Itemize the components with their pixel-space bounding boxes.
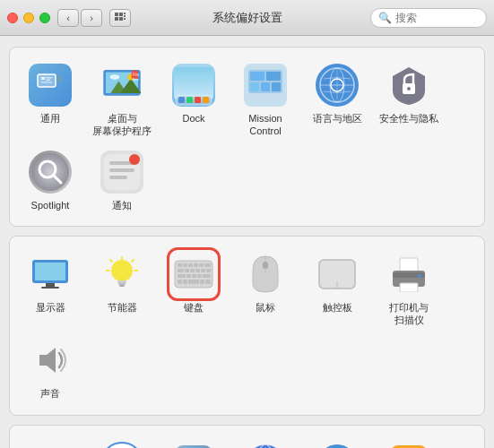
search-input[interactable] <box>395 12 479 24</box>
spotlight-label: Spotlight <box>31 199 70 211</box>
pref-item-security[interactable]: 安全性与隐私 <box>373 56 445 143</box>
svg-rect-68 <box>194 263 198 267</box>
icloud-icon-wrapper <box>27 440 74 448</box>
pref-item-share[interactable]: 共享 <box>373 435 445 448</box>
pref-item-bluetooth[interactable]: 蓝牙 <box>301 435 373 448</box>
notification-icon <box>100 151 143 194</box>
svg-point-43 <box>31 153 69 191</box>
pref-item-printer[interactable]: 打印机与扫描仪 <box>373 246 445 332</box>
pref-item-dock[interactable]: Dock <box>158 56 230 143</box>
grid-view-button[interactable] <box>109 9 131 27</box>
svg-rect-53 <box>46 283 55 287</box>
svg-rect-8 <box>41 77 45 80</box>
pref-item-mouse[interactable]: 鼠标 <box>230 246 301 332</box>
pref-item-extensions[interactable]: 扩展 <box>158 435 230 448</box>
display-label: 显示器 <box>36 301 65 314</box>
svg-rect-23 <box>174 67 213 99</box>
svg-rect-94 <box>400 283 418 292</box>
network-icon-wrapper <box>242 440 289 448</box>
spotlight-icon-wrapper <box>27 149 74 195</box>
svg-point-50 <box>129 154 140 165</box>
maximize-button[interactable] <box>39 13 50 23</box>
pref-item-network[interactable]: 网络 <box>230 435 301 448</box>
svg-rect-54 <box>41 287 59 289</box>
desktop-icon: File New <box>102 69 142 101</box>
svg-rect-2 <box>115 17 118 21</box>
security-label: 安全性与隐私 <box>379 112 438 125</box>
svg-rect-58 <box>119 285 125 287</box>
spotlight-icon <box>29 151 72 194</box>
sound-label: 声音 <box>40 387 60 400</box>
svg-rect-77 <box>178 274 186 278</box>
svg-text:File: File <box>133 73 140 77</box>
mouse-label: 鼠标 <box>256 301 275 314</box>
security-icon-wrapper <box>386 62 432 108</box>
desktop-label: 桌面与屏幕保护程序 <box>92 112 152 138</box>
svg-rect-33 <box>261 82 270 91</box>
general-icon <box>29 64 72 107</box>
close-button[interactable] <box>7 13 18 23</box>
svg-rect-84 <box>188 280 199 284</box>
search-box[interactable]: 🔍 <box>370 8 487 28</box>
notification-icon-wrapper <box>99 149 145 195</box>
pref-item-general[interactable]: 通用 <box>14 56 86 143</box>
svg-rect-65 <box>178 263 182 267</box>
svg-rect-71 <box>178 269 184 272</box>
back-button[interactable]: ‹ <box>57 9 79 27</box>
notification-label: 通知 <box>112 199 132 211</box>
svg-rect-32 <box>250 82 259 91</box>
svg-rect-69 <box>199 263 204 267</box>
minimize-button[interactable] <box>23 13 34 23</box>
pref-item-trackpad[interactable]: 触控板 <box>301 246 373 332</box>
mission-label: MissionControl <box>248 112 282 138</box>
printer-icon-wrapper <box>386 251 432 297</box>
pref-item-notification[interactable]: 通知 <box>86 143 158 217</box>
svg-point-55 <box>111 260 133 281</box>
main-content: 通用 File New <box>0 36 494 448</box>
svg-rect-57 <box>118 283 126 285</box>
pref-item-keyboard[interactable]: 键盘 <box>158 246 230 332</box>
svg-rect-85 <box>200 280 204 284</box>
dock-icon <box>172 64 215 107</box>
pref-item-spotlight[interactable]: Spotlight <box>14 143 86 217</box>
mission-icon-wrapper <box>242 62 289 108</box>
display-icon <box>29 253 72 296</box>
pref-item-lang[interactable]: 语言与地区 <box>301 56 373 143</box>
energy-label: 节能器 <box>108 301 137 314</box>
pref-item-mission[interactable]: MissionControl <box>230 56 301 143</box>
pref-item-icloud[interactable]: iCloud <box>14 435 86 448</box>
lang-icon <box>316 64 359 107</box>
svg-rect-82 <box>178 280 182 284</box>
svg-rect-52 <box>35 263 65 280</box>
svg-rect-28 <box>203 97 209 103</box>
svg-rect-1 <box>119 13 123 16</box>
share-icon-wrapper <box>386 440 432 448</box>
svg-line-60 <box>132 260 134 262</box>
pref-item-desktop[interactable]: File New 桌面与屏幕保护程序 <box>86 56 158 143</box>
printer-label: 打印机与扫描仪 <box>389 301 429 327</box>
svg-point-95 <box>418 274 421 278</box>
nav-buttons: ‹ › <box>57 9 102 27</box>
general-icon-wrapper <box>27 62 74 108</box>
svg-rect-70 <box>204 263 211 267</box>
pref-item-sound[interactable]: 声音 <box>14 332 86 405</box>
forward-button[interactable]: › <box>81 9 102 27</box>
svg-rect-72 <box>185 269 189 272</box>
pref-item-display[interactable]: 显示器 <box>14 246 86 332</box>
pref-item-internet[interactable]: @ 互联网帐户 <box>86 435 158 448</box>
pref-item-energy[interactable]: 节能器 <box>86 246 158 332</box>
svg-rect-5 <box>124 15 126 17</box>
mouse-icon <box>244 253 287 296</box>
svg-point-106 <box>318 444 356 448</box>
svg-rect-76 <box>206 269 211 272</box>
svg-rect-13 <box>59 80 61 82</box>
internet-icon: @ <box>100 442 143 448</box>
svg-point-19 <box>110 74 120 79</box>
bluetooth-icon <box>316 442 359 448</box>
desktop-icon-wrapper: File New <box>99 62 145 108</box>
internet-icon-wrapper: @ <box>99 440 145 448</box>
general-label: 通用 <box>40 112 60 125</box>
icloud-icon <box>29 442 72 448</box>
energy-icon <box>100 253 143 296</box>
section-hardware: 显示器 <box>9 236 485 416</box>
